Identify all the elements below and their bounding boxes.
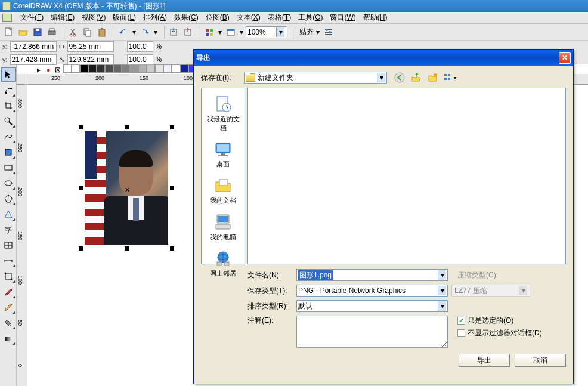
color-swatch[interactable] <box>88 64 97 73</box>
export-button[interactable]: 导出 <box>459 354 510 367</box>
menu-e[interactable]: 编辑(E) <box>47 11 78 24</box>
ellipse-tool[interactable] <box>1 176 16 190</box>
close-palette-icon[interactable]: ⊠ <box>54 66 62 74</box>
color-swatch[interactable] <box>163 64 172 73</box>
place-desktop[interactable]: 桌面 <box>211 137 235 171</box>
sorttype-combo[interactable]: 默认 ▾ <box>296 300 448 312</box>
export-button[interactable] <box>181 26 194 39</box>
interactive-tool[interactable] <box>1 269 16 283</box>
outline-tool[interactable] <box>1 300 16 314</box>
chevron-down-icon[interactable]: ▾ <box>438 270 446 280</box>
up-button[interactable] <box>410 71 423 84</box>
chevron-down-icon[interactable]: ▾ <box>377 73 385 82</box>
basic-shapes-tool[interactable] <box>1 207 16 221</box>
color-swatch[interactable] <box>155 64 163 73</box>
selected-bitmap[interactable]: ✕ <box>85 131 168 245</box>
color-swatch[interactable] <box>105 64 113 73</box>
handle-se[interactable] <box>170 246 174 251</box>
menu-b[interactable]: 位图(B) <box>202 11 233 24</box>
fill-tool[interactable] <box>1 316 16 330</box>
filename-combo[interactable]: 图形1.png ▾ <box>296 269 448 281</box>
redo-button[interactable] <box>138 26 151 39</box>
handle-w[interactable] <box>79 186 83 190</box>
menu-v[interactable]: 视图(V) <box>78 11 109 24</box>
color-swatch[interactable] <box>97 64 105 73</box>
color-swatch[interactable] <box>147 64 155 73</box>
menu-t[interactable]: 表格(T) <box>264 11 295 24</box>
notes-textarea[interactable] <box>296 316 448 348</box>
chevron-down-icon[interactable]: ▾ <box>438 301 446 311</box>
place-recent[interactable]: 我最近的文档 <box>202 92 245 135</box>
color-swatch[interactable] <box>80 64 88 73</box>
eyedropper-tool[interactable] <box>1 285 16 299</box>
redo-dropdown[interactable]: ▾ <box>153 26 159 39</box>
chevron-down-icon[interactable]: ▾ <box>438 286 446 295</box>
open-button[interactable] <box>17 26 30 39</box>
place-network[interactable]: 网上邻居 <box>208 246 239 280</box>
no-filter-checkbox[interactable] <box>457 329 465 337</box>
menu-c[interactable]: 效果(C) <box>171 11 202 24</box>
selected-only-checkbox[interactable]: ✓ <box>457 317 465 325</box>
handle-ne[interactable] <box>170 125 174 129</box>
copy-button[interactable] <box>81 26 94 39</box>
no-color-swatch[interactable] <box>63 64 72 73</box>
rectangle-tool[interactable] <box>1 160 16 175</box>
undo-button[interactable] <box>117 26 130 39</box>
menu-h[interactable]: 帮助(H) <box>360 11 391 24</box>
text-tool[interactable]: 字 <box>1 223 16 237</box>
color-swatch[interactable] <box>113 64 122 73</box>
dimension-tool[interactable] <box>1 254 16 268</box>
close-button[interactable]: ✕ <box>559 52 571 64</box>
handle-nw[interactable] <box>79 125 83 129</box>
place-mycomputer[interactable]: 我的电脑 <box>208 210 239 244</box>
ruler-origin[interactable] <box>17 74 27 85</box>
app-launcher-button[interactable] <box>203 26 216 39</box>
menu-w[interactable]: 窗口(W) <box>326 11 359 24</box>
height-input[interactable] <box>67 54 114 65</box>
cancel-button[interactable]: 取消 <box>515 354 566 367</box>
play-icon[interactable]: ▸ <box>35 66 43 74</box>
pick-tool[interactable] <box>1 67 16 82</box>
menu-f[interactable]: 文件(F) <box>17 11 47 24</box>
folder-combo[interactable]: 新建文件夹 ▾ <box>244 72 387 84</box>
import-button[interactable] <box>167 26 180 39</box>
new-folder-button[interactable] <box>426 71 440 84</box>
new-button[interactable] <box>2 26 16 39</box>
welcome-dropdown[interactable]: ▾ <box>239 26 245 39</box>
color-swatch[interactable] <box>180 64 188 73</box>
paste-button[interactable] <box>95 26 109 39</box>
file-list[interactable] <box>247 88 566 264</box>
dialog-titlebar[interactable]: 导出 ✕ <box>194 50 573 66</box>
welcome-button[interactable] <box>224 26 237 39</box>
menu-x[interactable]: 文本(X) <box>233 11 264 24</box>
interactive-fill-tool[interactable] <box>1 331 16 345</box>
app-launcher-dropdown[interactable]: ▾ <box>217 26 223 39</box>
place-mydocs[interactable]: 我的文档 <box>208 174 239 208</box>
snap-dropdown[interactable]: ▾ <box>315 26 321 39</box>
x-input2[interactable] <box>10 41 57 52</box>
print-button[interactable] <box>45 26 58 39</box>
color-swatch[interactable] <box>72 64 80 73</box>
handle-e[interactable] <box>170 186 174 190</box>
zoom-input[interactable] <box>247 28 276 36</box>
y-input[interactable] <box>10 54 57 65</box>
handle-n[interactable] <box>125 125 129 129</box>
undo-dropdown[interactable]: ▾ <box>131 26 137 39</box>
color-swatch[interactable] <box>130 64 138 73</box>
color-swatch[interactable] <box>138 64 147 73</box>
filename-input[interactable]: 图形1.png <box>298 270 333 280</box>
ruler-vertical[interactable]: 300250200150100500 <box>17 85 27 386</box>
zoom-tool[interactable] <box>1 114 16 128</box>
save-button[interactable] <box>31 26 44 39</box>
color-swatch[interactable] <box>172 64 180 73</box>
handle-sw[interactable] <box>79 246 83 251</box>
smart-fill-tool[interactable] <box>1 145 16 159</box>
view-menu-button[interactable]: ▾ <box>443 71 456 84</box>
scalex-input2[interactable] <box>127 41 153 52</box>
width-input2[interactable] <box>67 41 114 52</box>
scaley-input[interactable] <box>127 54 153 65</box>
polygon-tool[interactable] <box>1 192 16 206</box>
crop-tool[interactable] <box>1 98 16 113</box>
menu-a[interactable]: 排列(A) <box>140 11 171 24</box>
shape-tool[interactable] <box>1 83 16 97</box>
